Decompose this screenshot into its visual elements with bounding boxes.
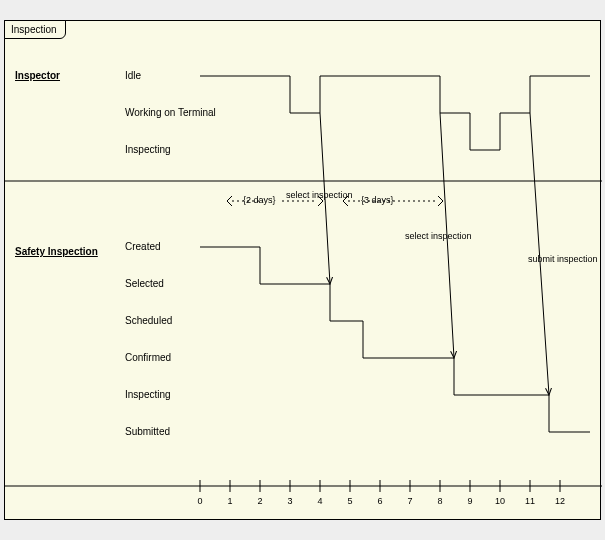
svg-line-16 xyxy=(440,113,454,358)
timing-diagram-frame: Inspection Inspector Safety Inspection I… xyxy=(4,20,601,520)
svg-line-17 xyxy=(530,113,549,395)
diagram-lines xyxy=(5,21,602,521)
svg-line-15 xyxy=(320,113,330,284)
